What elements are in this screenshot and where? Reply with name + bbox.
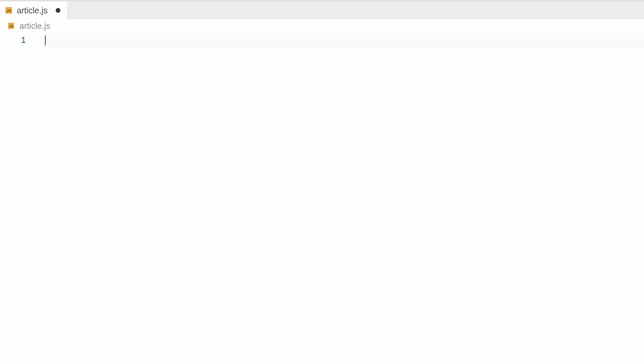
svg-text:JS: JS: [6, 9, 11, 13]
svg-text:JS: JS: [9, 24, 13, 28]
line-number: 1: [0, 34, 44, 47]
line-number-gutter: 1: [0, 32, 44, 362]
js-file-icon: JS: [7, 22, 15, 29]
editor-area: 1: [0, 32, 644, 362]
unsaved-dot-icon: [56, 8, 60, 13]
text-cursor: [45, 36, 46, 46]
js-file-icon: JS: [5, 6, 13, 14]
current-line-highlight: [44, 34, 644, 47]
tab-bar: JS article.js: [0, 0, 644, 19]
breadcrumb[interactable]: JS article.js: [0, 19, 644, 32]
tab-article-js[interactable]: JS article.js: [0, 1, 67, 19]
breadcrumb-filename: article.js: [19, 21, 50, 31]
code-text-area[interactable]: [44, 32, 644, 362]
tab-label: article.js: [17, 6, 49, 15]
